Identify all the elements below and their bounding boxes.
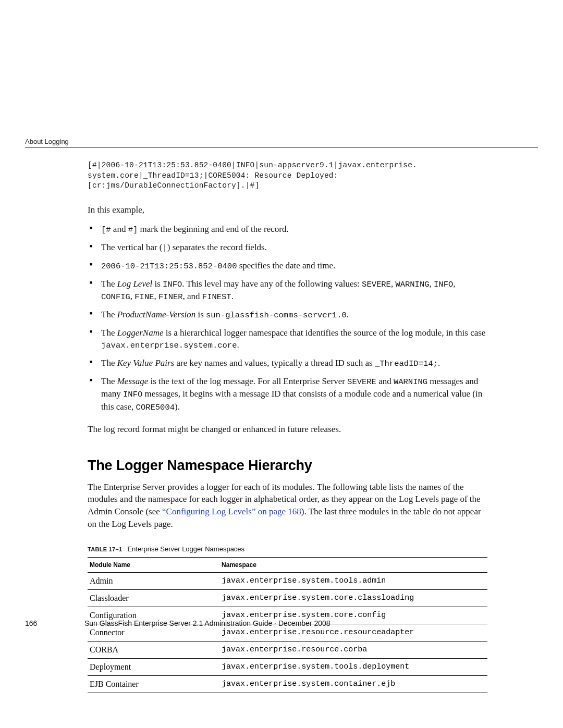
- footer-text: Sun GlassFish Enterprise Server 2.1 Admi…: [84, 619, 331, 627]
- intro-text: In this example,: [88, 204, 487, 216]
- xref-link[interactable]: “Configuring Log Levels” on page 168: [162, 507, 301, 516]
- bullet-6: The LoggerName is a hierarchical logger …: [88, 327, 487, 352]
- page: About Logging [#|2006-10-21T13:25:53.852…: [0, 0, 563, 728]
- table-row: CORBAjavax.enterprise.resource.corba: [88, 641, 487, 658]
- bullet-3: 2006-10-21T13:25:53.852-0400 specifies t…: [88, 260, 487, 273]
- log-record-code: [#|2006-10-21T13:25:53.852-0400|INFO|sun…: [88, 161, 487, 191]
- th-module-name: Module Name: [88, 557, 219, 572]
- table-row: Classloaderjavax.enterprise.system.core.…: [88, 589, 487, 607]
- table-row: Deploymentjavax.enterprise.system.tools.…: [88, 658, 487, 675]
- running-head: About Logging: [25, 138, 69, 145]
- bullet-7: The Key Value Pairs are key names and va…: [88, 357, 487, 370]
- bullet-2: The vertical bar (|) separates the recor…: [88, 241, 487, 254]
- page-footer: 166Sun GlassFish Enterprise Server 2.1 A…: [25, 619, 538, 627]
- example-bullets: [# and #] mark the beginning and end of …: [88, 223, 487, 413]
- section-paragraph: The Enterprise Server provides a logger …: [88, 481, 487, 530]
- after-list-text: The log record format might be changed o…: [88, 423, 487, 436]
- bullet-5: The ProductName-Version is sun-glassfish…: [88, 309, 487, 322]
- bullet-1: [# and #] mark the beginning and end of …: [88, 223, 487, 236]
- table-caption: TABLE 17–1Enterprise Server Logger Names…: [88, 545, 487, 553]
- bullet-4: The Log Level is INFO. This level may ha…: [88, 278, 487, 303]
- running-head-rule: [25, 147, 538, 147]
- table-row: Adminjavax.enterprise.system.tools.admin: [88, 572, 487, 589]
- th-namespace: Namespace: [219, 557, 487, 572]
- bullet-8: The Message is the text of the log messa…: [88, 375, 487, 414]
- section-heading: The Logger Namespace Hierarchy: [88, 458, 487, 474]
- page-number: 166: [25, 619, 84, 627]
- table-row: EJB Containerjavax.enterprise.system.con…: [88, 675, 487, 693]
